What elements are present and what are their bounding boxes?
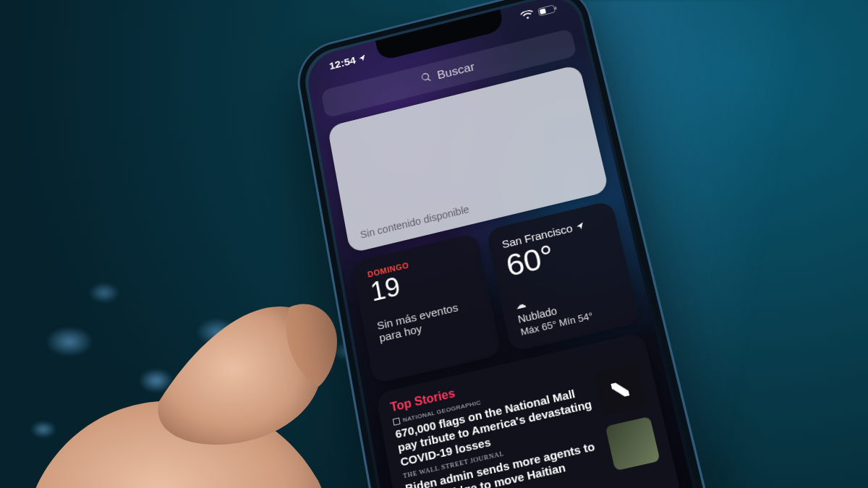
search-icon: [420, 71, 433, 87]
clock: 12:54: [328, 54, 357, 72]
news-thumbnail: [605, 416, 660, 471]
location-icon: [357, 53, 367, 63]
empty-widget-message: Sin contenido disponible: [359, 203, 470, 240]
status-time-group: 12:54: [328, 51, 367, 72]
location-icon: [575, 221, 586, 231]
battery-icon: [537, 4, 558, 16]
wifi-icon: [520, 9, 535, 21]
weather-widget[interactable]: San Francisco 60° ☁︎ Nublado Máx 65° Mín…: [485, 200, 640, 352]
status-right: [520, 4, 558, 21]
svg-rect-4: [555, 6, 557, 9]
apple-news-icon: [593, 363, 647, 416]
search-placeholder: Buscar: [436, 60, 476, 82]
svg-rect-3: [540, 8, 546, 14]
calendar-note: Sin más eventos para hoy: [376, 298, 476, 344]
calendar-widget[interactable]: DOMINGO 19 Sin más eventos para hoy: [352, 233, 501, 385]
photo-scene: 12:54: [0, 0, 868, 488]
cloud-icon: ☁︎: [514, 298, 527, 312]
